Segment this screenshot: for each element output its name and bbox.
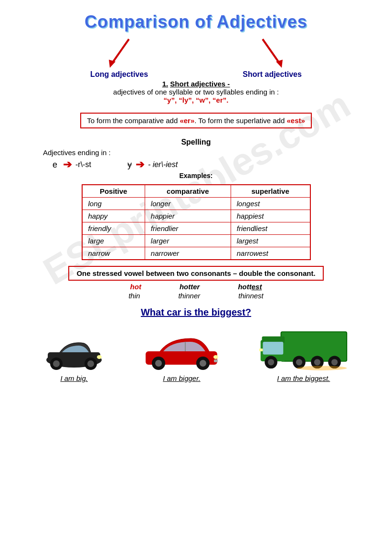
table-row: friendlyfriendlierfriendliest (82, 222, 310, 235)
double-box: One stressed vowel between two consonant… (68, 266, 323, 281)
section-number: 1. (162, 80, 169, 88)
arrows-section: Long adjectives Short adjectives (43, 37, 349, 75)
spelling-title: Spelling (14, 138, 378, 147)
table-cell-0-0: long (82, 198, 145, 210)
small-car-svg (43, 332, 105, 370)
svg-point-16 (200, 360, 206, 367)
est-marker: «est» (286, 116, 305, 125)
short-adj-label: Short adjectives (243, 70, 302, 79)
right-arrow-svg (258, 37, 286, 70)
table-row: happyhappierhappiest (82, 210, 310, 222)
large-truck-svg (258, 323, 349, 370)
e-arrow: ➔ (63, 158, 72, 171)
y-arrow: ➔ (136, 158, 144, 171)
col-comparative: comparative (145, 185, 231, 198)
table-cell-1-2: happiest (231, 210, 310, 222)
table-cell-2-0: friendly (82, 222, 145, 235)
examples-label: Examples: (14, 172, 378, 179)
table-cell-4-2: narrowest (231, 247, 310, 260)
table-cell-0-2: longest (231, 198, 310, 210)
page-title: Comparison of Adjectives (14, 5, 378, 32)
svg-point-31 (268, 359, 274, 365)
rule-box-wrapper: To form the comparative add «er». To for… (14, 108, 378, 133)
svg-point-9 (87, 360, 94, 367)
svg-point-10 (97, 355, 102, 359)
spelling-section: Spelling Adjectives ending in : e ➔ -r\-… (14, 138, 378, 179)
car-item-small: I am big. (43, 332, 105, 382)
left-arrow-svg (105, 37, 134, 70)
svg-line-2 (263, 39, 279, 63)
hot-row: hot hotter hottest (14, 283, 378, 291)
thin-comparative: thinner (178, 292, 200, 300)
table-row: narrownarrowernarrowest (82, 247, 310, 260)
endings: “y”, “ly”, “w”, “er”. (14, 96, 378, 104)
table-row: longlongerlongest (82, 198, 310, 210)
table-cell-3-2: largest (231, 235, 310, 247)
table-header-row: Positive comparative superlative (82, 185, 310, 198)
table-cell-2-1: friendlier (145, 222, 231, 235)
table-cell-0-1: longer (145, 198, 231, 210)
thin-superlative: thinnest (238, 292, 264, 300)
car-item-medium: I am bigger. (143, 330, 220, 382)
long-adj-label: Long adjectives (90, 70, 148, 79)
hot-comparative: hotter (180, 283, 200, 291)
svg-point-14 (155, 360, 162, 367)
small-car-label: I am big. (60, 374, 88, 382)
car-item-large: I am the biggest. (258, 323, 349, 382)
question-text: What car is the biggest? (141, 307, 251, 317)
y-result: - ier\-iest (148, 160, 178, 169)
table-cell-1-1: happier (145, 210, 231, 222)
y-label: y (127, 160, 132, 170)
thin-positive: thin (128, 292, 140, 300)
adjectives-table: Positive comparative superlative longlon… (82, 184, 311, 260)
thin-row: thin thinner thinnest (14, 292, 378, 300)
svg-point-29 (331, 359, 338, 365)
table-cell-4-0: narrow (82, 247, 145, 260)
svg-point-7 (53, 360, 60, 367)
hot-thin-section: hot hotter hottest thin thinner thinnest (14, 283, 378, 300)
medium-car-svg (143, 330, 220, 370)
left-arrow-container: Long adjectives (90, 37, 148, 79)
table-cell-3-0: large (82, 235, 145, 247)
hot-positive: hot (130, 283, 141, 291)
double-box-wrapper: One stressed vowel between two consonant… (14, 266, 378, 281)
svg-rect-18 (214, 359, 218, 362)
e-result: -r\-st (75, 160, 91, 169)
section-heading: 1. Short adjectives - (14, 80, 378, 88)
spelling-arrows-row: e ➔ -r\-st y ➔ - ier\-iest (53, 158, 378, 171)
svg-rect-32 (259, 348, 263, 351)
rule-desc: adjectives of one syllable or two syllab… (14, 88, 378, 96)
table-cell-3-1: larger (145, 235, 231, 247)
question-section: What car is the biggest? (14, 307, 378, 318)
table-row: largelargerlargest (82, 235, 310, 247)
svg-line-0 (112, 39, 129, 63)
col-superlative: superlative (231, 185, 310, 198)
table-cell-2-2: friendliest (231, 222, 310, 235)
medium-car-label: I am bigger. (163, 374, 201, 382)
cars-section: I am big. I (24, 323, 368, 382)
hot-superlative: hottest (238, 283, 262, 291)
table-cell-4-1: narrower (145, 247, 231, 260)
svg-rect-23 (263, 342, 283, 355)
short-adj-heading: Short adjectives - (170, 80, 230, 88)
e-label: e (53, 160, 57, 170)
svg-point-27 (314, 359, 320, 365)
svg-point-25 (296, 359, 302, 365)
rule-box: To form the comparative add «er». To for… (80, 113, 312, 128)
spelling-line: Adjectives ending in : (43, 148, 378, 157)
svg-point-33 (297, 366, 347, 370)
large-car-label: I am the biggest. (277, 374, 330, 382)
right-arrow-container: Short adjectives (243, 37, 302, 79)
col-positive: Positive (82, 185, 145, 198)
table-cell-1-0: happy (82, 210, 145, 222)
svg-point-17 (213, 355, 218, 359)
section1: 1. Short adjectives - adjectives of one … (14, 80, 378, 104)
er-marker: «er» (180, 116, 194, 125)
